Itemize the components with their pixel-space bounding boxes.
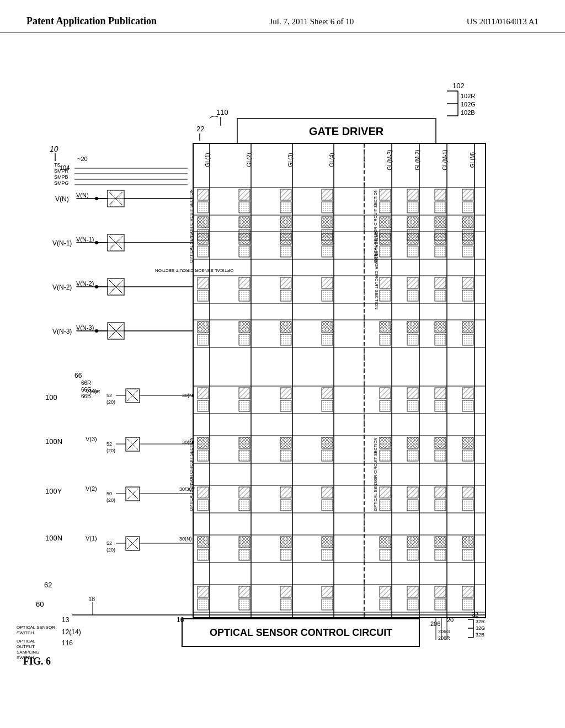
svg-rect-104 <box>380 290 391 301</box>
ref-66: 66 <box>74 372 82 379</box>
svg-rect-65 <box>380 217 391 228</box>
svg-rect-67 <box>407 189 418 200</box>
ref-20-2: (20) <box>106 448 115 453</box>
svg-rect-148 <box>280 450 291 461</box>
svg-rect-132 <box>280 400 291 411</box>
ref-102B: 102B <box>461 109 475 116</box>
svg-rect-91 <box>435 233 446 244</box>
svg-rect-141 <box>462 388 473 399</box>
svg-rect-202 <box>407 599 418 610</box>
ref-18: 18 <box>88 596 95 602</box>
svg-rect-127 <box>198 388 209 399</box>
label-glM1: GL(M-1) <box>442 149 448 170</box>
svg-rect-150 <box>322 450 333 461</box>
ref-116: 116 <box>62 639 73 647</box>
svg-rect-133 <box>322 388 333 399</box>
svg-rect-131 <box>280 388 291 399</box>
label-vN3-main: V(N-3) <box>76 324 94 331</box>
svg-rect-110 <box>462 290 473 301</box>
label-optical-sensor: OPTICAL SENSOR <box>17 625 55 630</box>
svg-rect-112 <box>198 334 209 345</box>
svg-rect-108 <box>435 290 446 301</box>
svg-rect-182 <box>322 549 333 560</box>
svg-rect-63 <box>380 189 391 200</box>
patent-number: US 2011/0164013 A1 <box>467 17 539 26</box>
svg-rect-185 <box>407 537 418 548</box>
ref-206R: 206R <box>438 635 450 641</box>
svg-rect-83 <box>280 233 291 244</box>
svg-rect-183 <box>380 537 391 548</box>
svg-rect-86 <box>322 246 333 257</box>
ref-52-20-3: 52 <box>106 540 112 546</box>
svg-rect-142 <box>462 400 473 411</box>
svg-rect-52 <box>239 202 250 213</box>
svg-rect-82 <box>239 246 250 257</box>
svg-rect-100 <box>280 290 291 301</box>
svg-rect-159 <box>198 487 209 498</box>
svg-rect-116 <box>280 334 291 345</box>
svg-rect-175 <box>198 537 209 548</box>
svg-point-263 <box>95 285 98 288</box>
gate-driver-label: GATE DRIVER <box>309 125 384 137</box>
svg-rect-154 <box>407 450 418 461</box>
svg-rect-85 <box>322 233 333 244</box>
ref-22: 22 <box>196 125 204 133</box>
label-v1: V(1) <box>86 535 97 542</box>
svg-point-264 <box>95 329 98 333</box>
svg-rect-48 <box>198 202 209 213</box>
label-v3: V(3) <box>86 436 97 442</box>
pixel-cells-vN1 <box>198 233 473 257</box>
svg-rect-118 <box>322 334 333 345</box>
svg-rect-178 <box>239 549 250 560</box>
ref-100Y: 100Y <box>45 487 62 495</box>
svg-rect-195 <box>280 586 291 597</box>
svg-rect-51 <box>239 189 250 200</box>
label-smpb: SMPB <box>54 174 68 180</box>
svg-rect-97 <box>239 277 250 288</box>
diagram-area: 102 102R 102G 102B 110 22 GATE DRIVER 10… <box>0 33 565 695</box>
ref-100: 100 <box>45 393 57 402</box>
svg-rect-121 <box>407 322 418 333</box>
svg-rect-79 <box>198 233 209 244</box>
svg-rect-68 <box>407 202 418 213</box>
svg-rect-76 <box>462 202 473 213</box>
svg-rect-179 <box>280 537 291 548</box>
ref-52-20-1: 52 <box>106 393 112 398</box>
svg-rect-123 <box>435 322 446 333</box>
svg-text:OPTICAL SENSOR CIRCUIT SECTION: OPTICAL SENSOR CIRCUIT SECTION <box>373 189 378 263</box>
ref-102: 102 <box>452 82 465 90</box>
svg-rect-64 <box>380 202 391 213</box>
svg-rect-155 <box>435 437 446 448</box>
ref-32R: 32R <box>476 619 485 624</box>
publication-type: Patent Application Publication <box>26 15 157 27</box>
svg-rect-53 <box>239 217 250 228</box>
svg-rect-128 <box>198 400 209 411</box>
svg-rect-57 <box>280 217 291 228</box>
label-glM: GL(M) <box>470 152 476 168</box>
svg-rect-201 <box>407 586 418 597</box>
label-glM3: GL(M-3) <box>387 149 393 170</box>
svg-rect-168 <box>380 500 391 511</box>
ref-30N-3: 30(N) <box>179 536 192 542</box>
svg-rect-181 <box>322 537 333 548</box>
ref-16: 16 <box>177 616 184 624</box>
svg-rect-171 <box>435 487 446 498</box>
label-optical-output: OPTICAL <box>17 639 36 644</box>
svg-rect-101 <box>322 277 333 288</box>
svg-rect-136 <box>380 400 391 411</box>
svg-rect-69 <box>407 217 418 228</box>
pixel-cells-vN3 <box>198 322 473 345</box>
svg-rect-122 <box>407 334 418 345</box>
svg-rect-98 <box>239 290 250 301</box>
svg-rect-139 <box>435 388 446 399</box>
svg-rect-111 <box>198 322 209 333</box>
svg-rect-130 <box>239 400 250 411</box>
svg-rect-190 <box>462 549 473 560</box>
svg-rect-99 <box>280 277 291 288</box>
ref-20-4: (20) <box>106 547 115 553</box>
svg-rect-102 <box>322 290 333 301</box>
svg-rect-188 <box>435 549 446 560</box>
ref-32: 32 <box>472 611 478 618</box>
svg-rect-103 <box>380 277 391 288</box>
svg-rect-149 <box>322 437 333 448</box>
